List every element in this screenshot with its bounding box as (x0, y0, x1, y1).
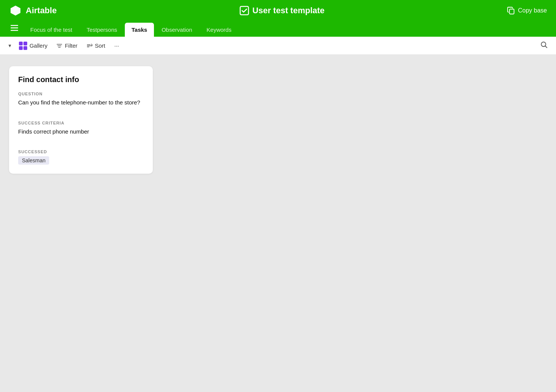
svg-rect-6 (509, 9, 514, 14)
success-criteria-section: SUCCESS CRITERIA Finds correct phone num… (18, 121, 144, 136)
success-criteria-label: SUCCESS CRITERIA (18, 121, 144, 125)
search-button[interactable] (538, 39, 550, 53)
task-card: Find contact info QUESTION Can you find … (9, 66, 153, 174)
app-logo-text: Airtable (26, 6, 57, 16)
tab-observation[interactable]: Observation (155, 23, 199, 37)
tab-keywords[interactable]: Keywords (200, 23, 238, 37)
header-left: Airtable (9, 4, 57, 17)
menu-icon[interactable] (6, 21, 23, 37)
filter-icon (56, 43, 62, 49)
tab-tasks[interactable]: Tasks (125, 23, 154, 37)
successed-section: SUCCESSED Salesman (18, 149, 144, 165)
tab-focus-of-the-test[interactable]: Focus of the test (23, 23, 79, 37)
card-title: Find contact info (18, 75, 144, 84)
successed-tag[interactable]: Salesman (18, 156, 49, 165)
more-options-button[interactable]: ··· (110, 40, 123, 51)
question-value: Can you find the telephone-number to the… (18, 98, 144, 107)
question-label: QUESTION (18, 92, 144, 96)
copy-base-label: Copy base (518, 7, 547, 14)
collapse-icon[interactable]: ▼ (6, 42, 14, 50)
header: Airtable User test template Copy base (0, 0, 556, 21)
page-title: User test template (252, 6, 325, 16)
filter-button[interactable]: Filter (53, 40, 81, 51)
sort-button[interactable]: Sort (83, 40, 109, 51)
copy-base-icon (507, 7, 515, 14)
svg-rect-5 (240, 6, 248, 15)
main-content: Find contact info QUESTION Can you find … (0, 55, 556, 392)
header-center: User test template (239, 6, 325, 16)
svg-rect-9 (11, 30, 18, 31)
nav-bar: Focus of the test Testpersons Tasks Obse… (0, 21, 556, 37)
gallery-button[interactable]: Gallery (15, 40, 51, 52)
airtable-logo-icon (9, 4, 22, 17)
tab-testpersons[interactable]: Testpersons (80, 23, 124, 37)
question-section: QUESTION Can you find the telephone-numb… (18, 92, 144, 107)
toolbar: ▼ Gallery Filter Sort ··· (0, 37, 556, 55)
success-criteria-value: Finds correct phone number (18, 128, 144, 136)
svg-rect-7 (11, 25, 18, 26)
sort-icon (87, 43, 93, 49)
copy-base-btn[interactable]: Copy base (507, 7, 547, 14)
gallery-icon (19, 42, 27, 50)
svg-rect-8 (11, 28, 18, 29)
search-icon (540, 41, 548, 48)
successed-label: SUCCESSED (18, 149, 144, 154)
template-icon (239, 6, 249, 16)
svg-line-17 (545, 46, 547, 48)
